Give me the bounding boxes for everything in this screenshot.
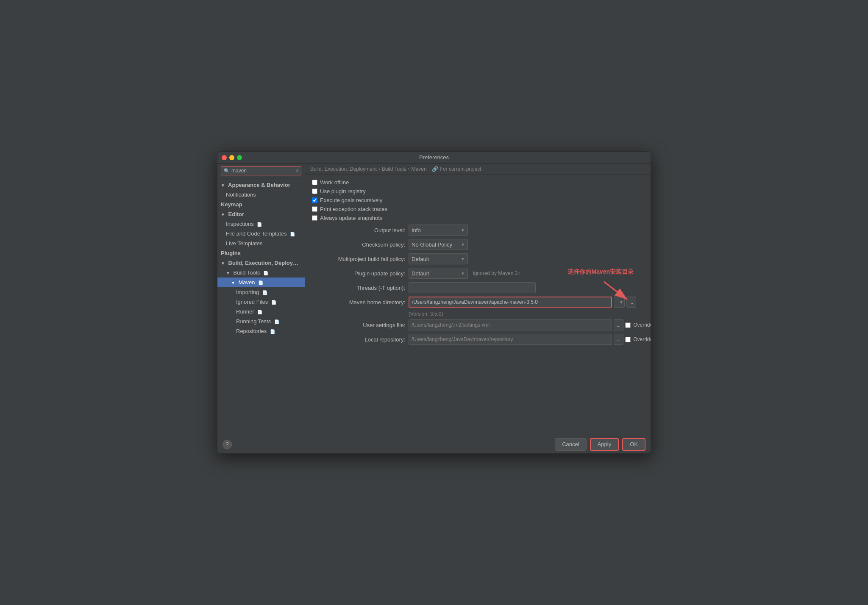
- multiproject-label: Multiproject build fail policy:: [312, 256, 405, 262]
- maven-home-input[interactable]: [409, 297, 612, 308]
- sidebar-item-runner[interactable]: Runner 📄: [217, 307, 305, 316]
- for-project-badge: 🔗 For current project: [432, 166, 481, 172]
- sidebar-item-build-exec-deploy[interactable]: ▼ Build, Execution, Deployment: [217, 258, 305, 268]
- sidebar-item-inspections[interactable]: Inspections 📄: [217, 219, 305, 229]
- output-level-label: Output level:: [312, 227, 405, 233]
- multiproject-control: Default ▼: [409, 253, 468, 264]
- cancel-button[interactable]: Cancel: [555, 438, 586, 451]
- sidebar-item-plugins[interactable]: Plugins: [217, 248, 305, 258]
- search-container: 🔍 ✕: [217, 164, 305, 178]
- user-settings-label: User settings file:: [312, 322, 405, 328]
- plugin-update-row: Plugin update policy: Default ▼ ignored …: [312, 268, 644, 279]
- breadcrumb-bar: Build, Execution, Deployment › Build Too…: [305, 164, 651, 175]
- user-settings-browse-button[interactable]: ...: [614, 319, 623, 330]
- minimize-button[interactable]: [229, 155, 234, 160]
- plugin-update-control: Default ▼ ignored by Maven 3+: [409, 268, 520, 279]
- always-update-checkbox[interactable]: [312, 215, 317, 221]
- sidebar-item-ignored-files[interactable]: Ignored Files 📄: [217, 297, 305, 307]
- close-button[interactable]: [222, 155, 227, 160]
- use-plugin-registry-label: Use plugin registry: [320, 188, 366, 194]
- sidebar-item-running-tests[interactable]: Running Tests 📄: [217, 316, 305, 326]
- apply-button[interactable]: Apply: [590, 438, 619, 451]
- maven-home-control: ▼ ...: [409, 297, 644, 308]
- arrow-icon: ▼: [221, 261, 225, 266]
- always-update-label: Always update snapshots: [320, 215, 382, 221]
- local-repo-override: Override: [625, 336, 651, 342]
- sidebar-item-notifications[interactable]: Notifications: [217, 190, 305, 200]
- window-controls: [222, 155, 242, 160]
- user-settings-override: Override: [625, 322, 651, 328]
- checksum-policy-control: No Global Policy ▼: [409, 239, 468, 250]
- page-icon: 📄: [262, 290, 267, 295]
- always-update-row: Always update snapshots: [312, 215, 644, 221]
- ok-button[interactable]: OK: [622, 438, 645, 451]
- form-grid: Output level: Info ▼ Checksum policy:: [312, 225, 644, 345]
- page-icon: 📄: [257, 222, 262, 227]
- breadcrumb-sep1: ›: [378, 166, 380, 172]
- bottom-bar: ? Cancel Apply OK: [217, 435, 651, 453]
- local-repo-input[interactable]: [409, 334, 612, 345]
- local-repo-control: ... Override: [409, 334, 651, 345]
- print-exception-checkbox[interactable]: [312, 206, 317, 212]
- sidebar-item-editor[interactable]: ▼ Editor: [217, 209, 305, 219]
- multiproject-select[interactable]: Default ▼: [409, 253, 468, 264]
- arrow-icon: ▼: [221, 212, 225, 217]
- sidebar-item-file-code-templates[interactable]: File and Code Templates 📄: [217, 229, 305, 239]
- page-icon: 📄: [263, 271, 268, 275]
- arrow-down-icon: ▼: [231, 280, 235, 285]
- multiproject-row: Multiproject build fail policy: Default …: [312, 253, 644, 264]
- maximize-button[interactable]: [237, 155, 242, 160]
- work-offline-label: Work offline: [320, 179, 349, 186]
- user-settings-input[interactable]: [409, 319, 612, 330]
- help-button[interactable]: ?: [223, 440, 232, 449]
- local-repo-browse-button[interactable]: ...: [614, 334, 623, 345]
- output-level-select[interactable]: Info ▼: [409, 225, 468, 236]
- local-repo-override-checkbox[interactable]: [625, 337, 631, 342]
- print-exception-label: Print exception stack traces: [320, 206, 387, 212]
- checksum-policy-select[interactable]: No Global Policy ▼: [409, 239, 468, 250]
- execute-goals-row: Execute goals recursively: [312, 197, 644, 203]
- sidebar-item-build-tools[interactable]: ▼ Build Tools 📄: [217, 268, 305, 278]
- select-arrow-icon: ▼: [461, 242, 465, 247]
- page-icon: 📄: [290, 232, 295, 236]
- arrow-icon: ▼: [221, 183, 225, 188]
- sidebar-item-keymap[interactable]: Keymap: [217, 200, 305, 209]
- sidebar-item-live-templates[interactable]: Live Templates: [217, 239, 305, 248]
- search-input[interactable]: [231, 168, 292, 174]
- checksum-policy-label: Checksum policy:: [312, 241, 405, 248]
- window-title: Preferences: [419, 154, 449, 161]
- select-arrow-icon: ▼: [619, 300, 623, 305]
- local-repo-label: Local repository:: [312, 336, 405, 343]
- select-arrow-icon: ▼: [461, 257, 465, 261]
- search-clear-icon[interactable]: ✕: [295, 168, 299, 174]
- execute-goals-label: Execute goals recursively: [320, 197, 382, 203]
- page-icon: 📄: [271, 300, 276, 305]
- sidebar-item-maven[interactable]: ▼ Maven 📄: [217, 278, 305, 287]
- user-settings-override-checkbox[interactable]: [625, 322, 631, 328]
- threads-row: Threads (-T option):: [312, 282, 644, 293]
- sidebar-item-appearance[interactable]: ▼ Appearance & Behavior: [217, 180, 305, 190]
- maven-home-dropdown[interactable]: ▼: [614, 297, 625, 308]
- search-icon: 🔍: [224, 168, 230, 174]
- project-icon: 🔗: [432, 166, 438, 172]
- main-content: 🔍 ✕ ▼ Appearance & Behavior Notification…: [217, 164, 651, 435]
- breadcrumb-part3: Maven: [412, 166, 427, 172]
- maven-home-label: Maven home directory:: [312, 299, 405, 305]
- execute-goals-checkbox[interactable]: [312, 197, 317, 203]
- maven-home-browse-button[interactable]: ...: [626, 297, 636, 308]
- preferences-window: Preferences 🔍 ✕ ▼ Appearance & Behavior …: [217, 151, 651, 454]
- sidebar-item-importing[interactable]: Importing 📄: [217, 287, 305, 297]
- threads-label: Threads (-T option):: [312, 285, 405, 291]
- output-level-control: Info ▼: [409, 225, 468, 236]
- sidebar-item-repositories[interactable]: Repositories 📄: [217, 326, 305, 336]
- plugin-update-select[interactable]: Default ▼: [409, 268, 468, 279]
- work-offline-checkbox[interactable]: [312, 180, 317, 185]
- page-icon: 📄: [270, 329, 275, 334]
- use-plugin-registry-checkbox[interactable]: [312, 189, 317, 194]
- breadcrumb-sep2: ›: [408, 166, 410, 172]
- threads-input[interactable]: [409, 282, 536, 293]
- select-arrow-icon: ▼: [461, 271, 465, 276]
- threads-control: [409, 282, 536, 293]
- page-icon: 📄: [258, 280, 263, 285]
- use-plugin-registry-row: Use plugin registry: [312, 188, 644, 194]
